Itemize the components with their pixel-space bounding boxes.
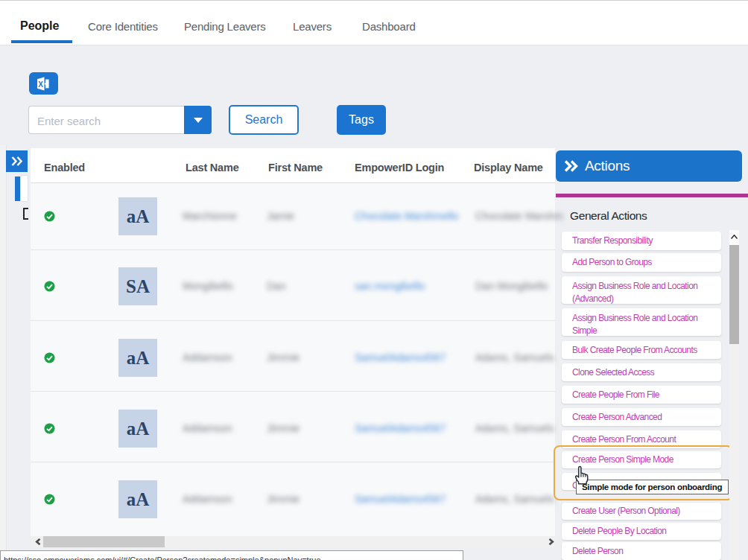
svg-text:X: X bbox=[38, 80, 43, 89]
